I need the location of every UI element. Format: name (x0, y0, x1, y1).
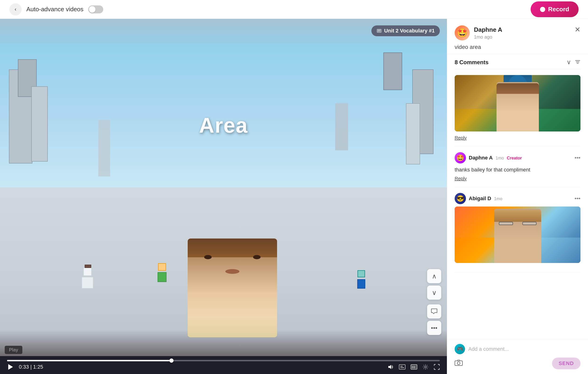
controls-bottom-row: 0:33 | 1:25 (7, 364, 440, 370)
collapse-comments-button[interactable]: ∨ (567, 59, 571, 66)
panel-header: 🤩 Daphne A 1mo ago ✕ video area (447, 19, 588, 54)
current-time: 0:33 (19, 364, 29, 370)
comment-input-field[interactable] (468, 346, 580, 352)
progress-fill (7, 360, 171, 361)
comment-video-3: ▶ 0:00 | 0:05 🔊 ⊞ CC ⚙ ⛶ (455, 206, 580, 263)
panel-user-info: 🤩 Daphne A 1mo ago (455, 25, 502, 41)
video-background: Area Unit 2 Vocabulary #1 ∧ ∨ (0, 19, 447, 356)
comment-username-3: Abigail D (469, 195, 491, 201)
video-controls-bar: Play 0:33 | 1:25 (0, 356, 447, 374)
volume-button[interactable] (388, 364, 394, 370)
camera-icon (455, 359, 463, 366)
comment-face-1 (496, 82, 539, 131)
panel-close-button[interactable]: ✕ (575, 25, 580, 34)
unit-label: Unit 2 Vocabulary #1 (371, 25, 440, 36)
comment-time-2: 1mo (495, 156, 504, 160)
mc-char-body-2 (357, 279, 365, 289)
reply-button-2[interactable]: Reply (455, 176, 467, 181)
auto-advance-toggle[interactable] (88, 5, 103, 13)
camera-button[interactable] (455, 359, 463, 368)
time-separator: | (30, 364, 33, 370)
total-time: 1:25 (33, 364, 43, 370)
comment-item-2: 🤩 Daphne A 1mo Creator ••• thanks bailey… (455, 147, 580, 187)
mc-character-2 (356, 270, 367, 289)
comment-video-1: ▶ 0:00 | 0:05 🔊 ⊞ CC ⚙ ⛶ (455, 75, 580, 131)
topbar: ‹ Auto-advance videos Record (0, 0, 588, 19)
comment-username-2: Daphne A (469, 155, 493, 161)
panel-avatar-emoji: 🤩 (455, 25, 470, 41)
filter-icon (575, 60, 580, 64)
comment-more-button-2[interactable]: ••• (575, 155, 580, 161)
back-button[interactable]: ‹ (10, 3, 22, 16)
current-user-avatar: 🎮 (455, 344, 465, 354)
send-button[interactable]: SEND (552, 358, 580, 369)
mc-structure-3 (31, 86, 48, 162)
person-overlay (188, 238, 277, 337)
progress-handle[interactable] (169, 358, 174, 363)
video-progress-bar[interactable] (7, 360, 440, 361)
video-wrapper: Area Unit 2 Vocabulary #1 ∧ ∨ (0, 19, 447, 356)
comment-user-info-3: 😎 Abigail D 1mo (455, 193, 502, 204)
nav-down-button[interactable]: ∨ (427, 286, 441, 300)
volume-icon (388, 364, 394, 370)
comment-video-bg-3 (455, 206, 580, 263)
video-area-label: video area (455, 44, 580, 50)
panel-user-text: Daphne A 1mo ago (474, 26, 502, 40)
nav-up-button[interactable]: ∧ (427, 269, 441, 283)
mc-snowman-body (82, 277, 93, 289)
comments-header: 8 Comments ∨ (455, 54, 580, 69)
chat-icon (431, 308, 438, 314)
play-icon (7, 364, 14, 370)
fullscreen-icon (434, 364, 440, 370)
topbar-left: ‹ Auto-advance videos (10, 3, 103, 16)
comment-input-row: 🎮 (455, 344, 580, 354)
svg-rect-0 (377, 29, 381, 32)
record-label: Record (548, 6, 569, 13)
captions-icon (399, 364, 406, 370)
comment-user-text-2: Daphne A 1mo Creator (469, 155, 522, 161)
comment-input-area: 🎮 SEND (447, 339, 588, 374)
filter-comments-button[interactable] (575, 59, 580, 66)
mc-bg-1 (98, 120, 110, 176)
settings-button[interactable] (422, 364, 429, 370)
more-options-button[interactable]: ••• (427, 321, 441, 335)
comment-more-button-3[interactable]: ••• (575, 195, 580, 202)
mc-structure-5 (406, 103, 420, 164)
settings-icon (422, 364, 429, 370)
right-panel: 🤩 Daphne A 1mo ago ✕ video area 8 Commen… (447, 19, 588, 374)
comment-input-bottom: SEND (455, 358, 580, 369)
comment-video-bg-1 (455, 75, 580, 131)
reply-button-1[interactable]: Reply (455, 135, 467, 141)
mc-snowman (80, 267, 94, 289)
svg-point-15 (457, 362, 460, 364)
cc-button[interactable]: CC (411, 364, 417, 370)
comment-avatar-3: 😎 (455, 193, 466, 204)
comments-section: 8 Comments ∨ (447, 54, 588, 339)
record-button[interactable]: Record (531, 1, 578, 17)
comment-time-3: 1mo (494, 196, 502, 201)
chat-button[interactable] (427, 304, 441, 319)
comment-face-3 (494, 209, 541, 263)
svg-point-10 (425, 366, 426, 368)
creator-badge-2: Creator (507, 156, 522, 160)
fullscreen-button[interactable] (434, 364, 440, 370)
svg-rect-5 (399, 364, 405, 369)
panel-user-row: 🤩 Daphne A 1mo ago ✕ (455, 25, 580, 41)
mc-char-head-2 (357, 270, 365, 277)
auto-advance-label: Auto-advance videos (26, 6, 84, 13)
mc-structure-6 (383, 53, 402, 90)
comment-avatar-emoji-3: 😎 (455, 193, 466, 204)
mc-char-head-1 (158, 263, 166, 271)
nav-arrows: ∧ ∨ (427, 269, 441, 300)
controls-right: CC (388, 364, 440, 370)
comment-user-row-3: 😎 Abigail D 1mo ••• (455, 193, 580, 204)
mc-character-1 (157, 263, 168, 282)
controls-left: 0:33 | 1:25 (7, 364, 43, 370)
play-pause-button[interactable] (7, 364, 14, 370)
area-text-overlay: Area (199, 113, 248, 138)
unit-label-text: Unit 2 Vocabulary #1 (384, 28, 435, 34)
svg-marker-3 (8, 364, 13, 370)
video-area: Area Unit 2 Vocabulary #1 ∧ ∨ (0, 19, 447, 374)
captions-button[interactable] (399, 364, 406, 370)
panel-user-avatar: 🤩 (455, 25, 470, 41)
